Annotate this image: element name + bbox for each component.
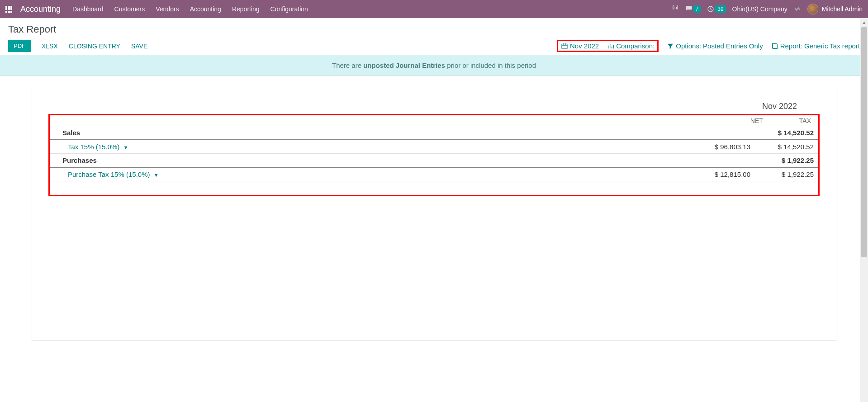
closing-entry-button[interactable]: CLOSING ENTRY [69, 43, 120, 50]
messages-icon[interactable]: 7 [685, 5, 701, 13]
activities-badge: 39 [715, 5, 726, 13]
col-net-header: NET [750, 117, 763, 124]
banner-prefix: There are [332, 61, 363, 69]
menu-dashboard[interactable]: Dashboard [72, 5, 104, 13]
scroll-thumb[interactable] [861, 27, 867, 257]
comparison-filter-label: Comparison: [616, 42, 655, 50]
highlight-report-body: NET TAX Sales $ 14,520.52 Tax 15% (15.0%… [48, 114, 820, 196]
activities-icon[interactable]: 39 [707, 5, 726, 13]
section-net [692, 154, 755, 168]
row-tax: $ 1,922.25 [755, 167, 818, 181]
user-name: Mitchell Admin [822, 5, 863, 13]
caret-down-icon[interactable]: ▼ [154, 172, 159, 178]
apps-icon[interactable] [5, 6, 12, 13]
report-filter[interactable]: Report: Generic Tax report [771, 42, 860, 50]
section-name: Sales [50, 126, 692, 140]
svg-rect-1 [562, 44, 567, 49]
page-title: Tax Report [8, 24, 860, 35]
company-selector[interactable]: Ohio(US) Company [732, 5, 787, 13]
messages-badge: 7 [693, 5, 701, 13]
section-name: Purchases [50, 154, 692, 168]
menu-reporting[interactable]: Reporting [232, 5, 260, 13]
top-navbar: Accounting Dashboard Customers Vendors A… [0, 0, 868, 18]
menu-accounting[interactable]: Accounting [190, 5, 221, 13]
highlight-date-comparison: Nov 2022 Comparison: [557, 40, 659, 52]
save-button[interactable]: SAVE [131, 43, 147, 50]
row-net: $ 12,815.00 [692, 167, 755, 181]
section-net [692, 126, 755, 140]
options-value: Posted Entries Only [703, 42, 763, 50]
comparison-filter[interactable]: Comparison: [607, 42, 655, 50]
scroll-up-icon[interactable]: ▲ [860, 18, 868, 26]
main-menu: Dashboard Customers Vendors Accounting R… [72, 5, 308, 13]
avatar-icon [807, 4, 818, 14]
report-value: Generic Tax report [804, 42, 860, 50]
section-tax: $ 1,922.25 [755, 154, 818, 168]
date-filter-label: Nov 2022 [570, 42, 599, 50]
menu-vendors[interactable]: Vendors [156, 5, 179, 13]
tax-link[interactable]: Tax 15% (15.0%) [68, 143, 119, 151]
pdf-button[interactable]: PDF [8, 40, 31, 52]
report-card: Nov 2022 NET TAX Sales $ 14,520.52 [32, 88, 836, 341]
control-panel: Tax Report PDF XLSX CLOSING ENTRY SAVE N… [0, 18, 868, 55]
phone-icon[interactable] [672, 5, 679, 13]
date-filter[interactable]: Nov 2022 [561, 42, 599, 50]
period-header: Nov 2022 [48, 102, 820, 111]
menu-customers[interactable]: Customers [114, 5, 145, 13]
col-tax-header: TAX [799, 117, 811, 124]
options-prefix: Options: [676, 42, 701, 50]
info-banner[interactable]: There are unposted Journal Entries prior… [0, 55, 868, 76]
tax-report-table: Sales $ 14,520.52 Tax 15% (15.0%) ▼ $ 96… [50, 126, 818, 181]
banner-bold: unposted Journal Entries [363, 61, 445, 69]
detail-row-purchase-tax15[interactable]: Purchase Tax 15% (15.0%) ▼ $ 12,815.00 $… [50, 167, 818, 181]
section-row-sales[interactable]: Sales $ 14,520.52 [50, 126, 818, 140]
section-row-purchases[interactable]: Purchases $ 1,922.25 [50, 154, 818, 168]
section-tax: $ 14,520.52 [755, 126, 818, 140]
menu-configuration[interactable]: Configuration [270, 5, 308, 13]
tax-link[interactable]: Purchase Tax 15% (15.0%) [68, 170, 150, 178]
content-area: Nov 2022 NET TAX Sales $ 14,520.52 [0, 76, 868, 353]
user-menu[interactable]: Mitchell Admin [807, 4, 863, 14]
xlsx-button[interactable]: XLSX [42, 43, 58, 50]
brand-label[interactable]: Accounting [20, 5, 61, 14]
caret-down-icon[interactable]: ▼ [123, 145, 128, 150]
options-filter[interactable]: Options: Posted Entries Only [667, 42, 763, 50]
report-prefix: Report: [780, 42, 802, 50]
detail-row-sales-tax15[interactable]: Tax 15% (15.0%) ▼ $ 96,803.13 $ 14,520.5… [50, 140, 818, 154]
vertical-scrollbar[interactable]: ▲ [860, 18, 868, 353]
row-tax: $ 14,520.52 [755, 140, 818, 154]
banner-suffix: prior or included in this period [445, 61, 536, 69]
debug-icon[interactable] [794, 5, 801, 13]
row-net: $ 96,803.13 [692, 140, 755, 154]
